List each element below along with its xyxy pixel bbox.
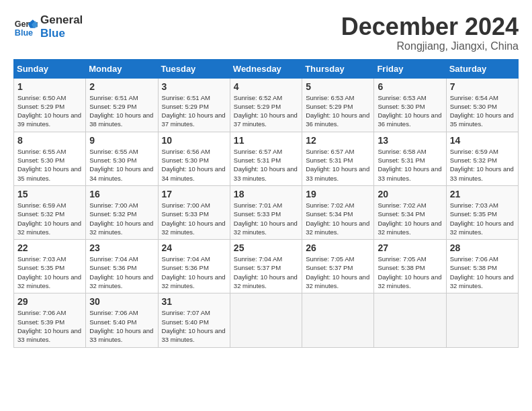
calendar-table: Sunday Monday Tuesday Wednesday Thursday… <box>13 59 519 348</box>
table-row: 12 Sunrise: 6:57 AM Sunset: 5:31 PM Dayl… <box>302 132 374 185</box>
table-row: 18 Sunrise: 7:01 AM Sunset: 5:33 PM Dayl… <box>230 185 302 239</box>
page-header: General Blue General Blue December 2024 … <box>13 13 519 52</box>
col-sunday: Sunday <box>14 59 86 78</box>
calendar-week-row: 8 Sunrise: 6:55 AM Sunset: 5:30 PM Dayli… <box>14 132 519 185</box>
calendar-week-row: 22 Sunrise: 7:03 AM Sunset: 5:35 PM Dayl… <box>14 240 519 293</box>
table-row: 3 Sunrise: 6:51 AM Sunset: 5:29 PM Dayli… <box>158 78 230 132</box>
table-row: 15 Sunrise: 6:59 AM Sunset: 5:32 PM Dayl… <box>14 185 86 239</box>
table-row: 19 Sunrise: 7:02 AM Sunset: 5:34 PM Dayl… <box>302 185 374 239</box>
table-row: 29 Sunrise: 7:06 AM Sunset: 5:39 PM Dayl… <box>14 293 86 347</box>
col-thursday: Thursday <box>302 59 374 78</box>
table-row: 17 Sunrise: 7:00 AM Sunset: 5:33 PM Dayl… <box>158 185 230 239</box>
col-friday: Friday <box>374 59 446 78</box>
table-row: 31 Sunrise: 7:07 AM Sunset: 5:40 PM Dayl… <box>158 293 230 347</box>
logo: General Blue General Blue <box>13 13 83 41</box>
empty-cell <box>446 293 518 347</box>
calendar-week-row: 1 Sunrise: 6:50 AM Sunset: 5:29 PM Dayli… <box>14 78 519 132</box>
table-row: 7 Sunrise: 6:54 AM Sunset: 5:30 PM Dayli… <box>446 78 518 132</box>
table-row: 2 Sunrise: 6:51 AM Sunset: 5:29 PM Dayli… <box>86 78 158 132</box>
empty-cell <box>374 293 446 347</box>
empty-cell <box>302 293 374 347</box>
table-row: 30 Sunrise: 7:06 AM Sunset: 5:40 PM Dayl… <box>86 293 158 347</box>
month-title: December 2024 <box>341 13 519 40</box>
table-row: 10 Sunrise: 6:56 AM Sunset: 5:30 PM Dayl… <box>158 132 230 185</box>
col-tuesday: Tuesday <box>158 59 230 78</box>
calendar-week-row: 29 Sunrise: 7:06 AM Sunset: 5:39 PM Dayl… <box>14 293 519 347</box>
table-row: 22 Sunrise: 7:03 AM Sunset: 5:35 PM Dayl… <box>14 240 86 293</box>
table-row: 20 Sunrise: 7:02 AM Sunset: 5:34 PM Dayl… <box>374 185 446 239</box>
table-row: 11 Sunrise: 6:57 AM Sunset: 5:31 PM Dayl… <box>230 132 302 185</box>
table-row: 26 Sunrise: 7:05 AM Sunset: 5:37 PM Dayl… <box>302 240 374 293</box>
table-row: 8 Sunrise: 6:55 AM Sunset: 5:30 PM Dayli… <box>14 132 86 185</box>
col-monday: Monday <box>86 59 158 78</box>
logo-line2: Blue <box>40 27 83 40</box>
table-row: 28 Sunrise: 7:06 AM Sunset: 5:38 PM Dayl… <box>446 240 518 293</box>
table-row: 21 Sunrise: 7:03 AM Sunset: 5:35 PM Dayl… <box>446 185 518 239</box>
table-row: 23 Sunrise: 7:04 AM Sunset: 5:36 PM Dayl… <box>86 240 158 293</box>
table-row: 27 Sunrise: 7:05 AM Sunset: 5:38 PM Dayl… <box>374 240 446 293</box>
logo-line1: General <box>40 13 83 27</box>
table-row: 16 Sunrise: 7:00 AM Sunset: 5:32 PM Dayl… <box>86 185 158 239</box>
svg-text:Blue: Blue <box>15 28 33 38</box>
location-subtitle: Rongjiang, Jiangxi, China <box>341 40 519 52</box>
col-wednesday: Wednesday <box>230 59 302 78</box>
logo-icon: General Blue <box>13 15 38 39</box>
empty-cell <box>230 293 302 347</box>
table-row: 5 Sunrise: 6:53 AM Sunset: 5:29 PM Dayli… <box>302 78 374 132</box>
col-saturday: Saturday <box>446 59 518 78</box>
table-row: 14 Sunrise: 6:59 AM Sunset: 5:32 PM Dayl… <box>446 132 518 185</box>
table-row: 1 Sunrise: 6:50 AM Sunset: 5:29 PM Dayli… <box>14 78 86 132</box>
calendar-header-row: Sunday Monday Tuesday Wednesday Thursday… <box>14 59 519 78</box>
table-row: 9 Sunrise: 6:55 AM Sunset: 5:30 PM Dayli… <box>86 132 158 185</box>
table-row: 6 Sunrise: 6:53 AM Sunset: 5:30 PM Dayli… <box>374 78 446 132</box>
table-row: 25 Sunrise: 7:04 AM Sunset: 5:37 PM Dayl… <box>230 240 302 293</box>
title-block: December 2024 Rongjiang, Jiangxi, China <box>341 13 519 52</box>
table-row: 13 Sunrise: 6:58 AM Sunset: 5:31 PM Dayl… <box>374 132 446 185</box>
table-row: 24 Sunrise: 7:04 AM Sunset: 5:36 PM Dayl… <box>158 240 230 293</box>
table-row: 4 Sunrise: 6:52 AM Sunset: 5:29 PM Dayli… <box>230 78 302 132</box>
calendar-week-row: 15 Sunrise: 6:59 AM Sunset: 5:32 PM Dayl… <box>14 185 519 239</box>
